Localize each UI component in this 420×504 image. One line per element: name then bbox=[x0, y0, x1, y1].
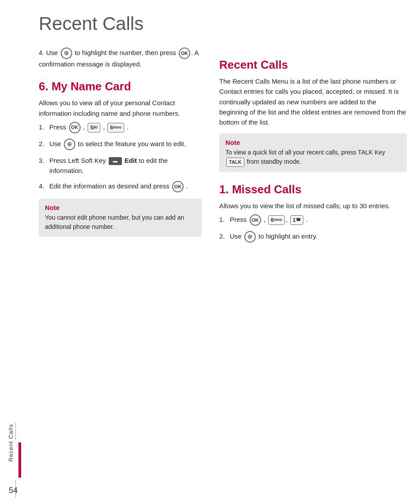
section-6-description: Allows you to view all of your personal … bbox=[39, 98, 202, 118]
left-soft-key-icon: ▬ bbox=[109, 157, 122, 165]
edit-label: Edit bbox=[123, 157, 137, 164]
page-number: 54 bbox=[9, 486, 18, 495]
ok-icon-s4: OK bbox=[172, 181, 184, 192]
key-5jkl: 5jkl bbox=[88, 123, 100, 133]
step-4-content: Edit the information as desired and pres… bbox=[49, 181, 202, 192]
left-column: 4. Use ⊕ to highlight the number, then p… bbox=[26, 48, 210, 486]
step-1: 1. Press OK , 5jkl , 6mno . bbox=[39, 122, 202, 133]
section-6-heading: 6. My Name Card bbox=[39, 80, 202, 93]
step-2-content: Use ⊕ to select the feature you want to … bbox=[49, 139, 202, 150]
nav-icon-ms2: ⊕ bbox=[244, 231, 256, 243]
key-6mno: 6mno bbox=[107, 123, 124, 133]
left-note-text: You cannot edit phone number, but you ca… bbox=[45, 213, 195, 232]
recent-calls-heading: Recent Calls bbox=[219, 58, 407, 72]
missed-step-1-content: Press OK , 6mno, 1☎ . bbox=[230, 214, 407, 226]
nav-icon-step4: ⊕ bbox=[61, 48, 72, 59]
right-note-title: Note bbox=[225, 139, 401, 146]
nav-icon-s2: ⊕ bbox=[64, 139, 75, 150]
missed-calls-description: Allows you to view the list of missed ca… bbox=[219, 201, 407, 211]
step-1-content: Press OK , 5jkl , 6mno . bbox=[49, 122, 202, 133]
step-4-num: 4. bbox=[39, 181, 49, 191]
step-3-num: 3. bbox=[39, 155, 49, 166]
missed-calls-heading: 1. Missed Calls bbox=[219, 183, 407, 196]
right-column: Recent Calls The Recent Calls Menu is a … bbox=[210, 48, 420, 486]
step-2: 2. Use ⊕ to select the feature you want … bbox=[39, 139, 202, 150]
sidebar-accent bbox=[18, 442, 21, 478]
right-note-text: To view a quick list of all your recent … bbox=[225, 148, 401, 167]
step-3-content: Press Left Soft Key ▬ Edit to edit the i… bbox=[49, 155, 202, 176]
key-6mno-ms1: 6mno bbox=[268, 215, 285, 225]
sidebar: Recent Calls bbox=[0, 0, 21, 504]
missed-step-2-num: 2. bbox=[219, 231, 230, 241]
step-2-num: 2. bbox=[39, 139, 49, 149]
two-column-layout: 4. Use ⊕ to highlight the number, then p… bbox=[26, 48, 420, 486]
left-note-box: Note You cannot edit phone number, but y… bbox=[39, 199, 202, 237]
main-content: Recent Calls 4. Use ⊕ to highlight the n… bbox=[21, 0, 420, 504]
ok-icon-ms1: OK bbox=[250, 214, 261, 226]
page-title: Recent Calls bbox=[39, 13, 420, 34]
ok-icon-step4: OK bbox=[179, 48, 190, 59]
right-note-box: Note To view a quick list of all your re… bbox=[219, 133, 407, 172]
missed-step-2: 2. Use ⊕ to highlight an entry. bbox=[219, 231, 407, 243]
talk-key-icon: TALK bbox=[226, 158, 244, 167]
sidebar-line-top bbox=[15, 423, 16, 440]
step-3: 3. Press Left Soft Key ▬ Edit to edit th… bbox=[39, 155, 202, 176]
page-container: Recent Calls Recent Calls 4. Use ⊕ to hi… bbox=[0, 0, 420, 504]
step-1-num: 1. bbox=[39, 122, 49, 132]
missed-step-2-content: Use ⊕ to highlight an entry. bbox=[230, 231, 407, 243]
missed-step-1-num: 1. bbox=[219, 214, 230, 224]
recent-calls-description: The Recent Calls Menu is a list of the l… bbox=[219, 76, 407, 127]
ok-icon-s1: OK bbox=[69, 122, 81, 133]
left-note-title: Note bbox=[45, 204, 195, 211]
key-1-ms1: 1☎ bbox=[290, 215, 303, 225]
step-4: 4. Edit the information as desired and p… bbox=[39, 181, 202, 192]
sidebar-label: Recent Calls bbox=[7, 424, 14, 462]
intro-step-4: 4. Use ⊕ to highlight the number, then p… bbox=[39, 48, 202, 69]
missed-step-1: 1. Press OK , 6mno, 1☎ . bbox=[219, 214, 407, 226]
